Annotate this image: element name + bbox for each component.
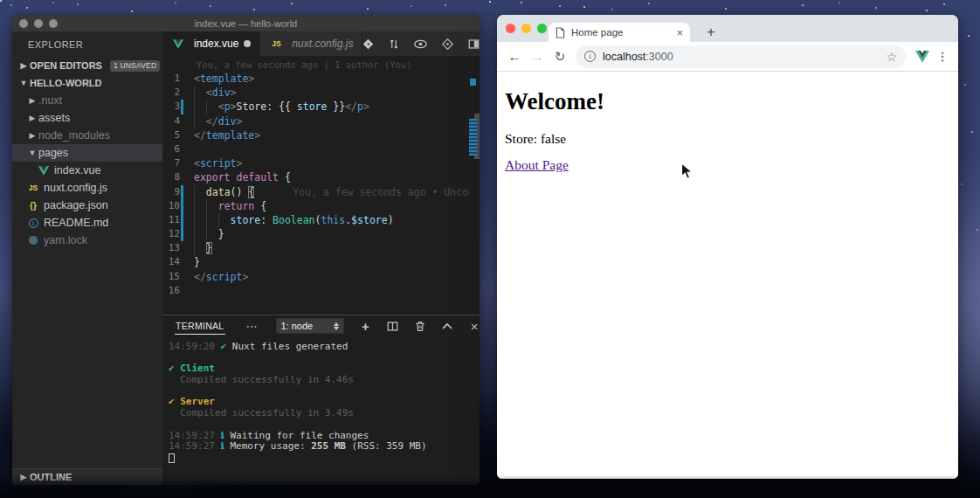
code-line: 15</script> (162, 270, 480, 284)
line-number: 12 (162, 227, 194, 241)
store-value-text: Store: false (505, 131, 958, 147)
chrome-menu-icon[interactable]: ⋮ (934, 50, 951, 63)
tree-item-yarn-lock[interactable]: yarn.lock (12, 232, 162, 249)
code-line: 5</template> (162, 128, 480, 142)
tab-label: nuxt.config.js (292, 38, 353, 50)
tree-item--nuxt[interactable]: ▶.nuxt (12, 92, 162, 109)
browser-tab[interactable]: Home page × (549, 23, 690, 42)
tree-item-package-json[interactable]: {}package.json (12, 197, 162, 214)
reload-button[interactable]: ↻ (549, 49, 570, 65)
gitlens-open-changes-icon[interactable] (362, 38, 374, 50)
about-page-link[interactable]: About Page (505, 157, 569, 172)
code-line: 6 (162, 142, 480, 156)
indent-guide (194, 86, 206, 100)
explorer-header: EXPLORER (12, 31, 162, 57)
js-icon: JS (269, 39, 283, 48)
terminal-more-icon[interactable]: ⋯ (246, 320, 259, 333)
editor-tab-nuxt-config-js[interactable]: JSnuxt.config.js (260, 31, 362, 56)
line-number: 14 (162, 255, 194, 269)
close-panel-icon[interactable]: × (469, 319, 480, 334)
zoom-window-button[interactable] (537, 24, 547, 33)
code-line: 14} (162, 255, 480, 269)
vue-icon (171, 39, 185, 49)
code-text: } (194, 241, 212, 255)
code-line: 8export default { (162, 170, 480, 184)
js-icon: JS (26, 183, 40, 192)
line-number: 10 (162, 199, 194, 213)
line-number: 16 (162, 284, 194, 298)
terminal-line: Compiled successfully in 3.49s (169, 408, 480, 419)
indent-guide (206, 227, 218, 241)
braces-glyph: {} (30, 201, 37, 211)
indent-guide (194, 213, 206, 227)
terminal-line (169, 386, 480, 398)
chevron-right-icon: ▶ (17, 61, 30, 70)
terminal-cursor (169, 453, 175, 463)
vscode-window: index.vue — hello-world EXPLORER ▶ OPEN … (12, 15, 480, 485)
line-number: 5 (162, 128, 194, 142)
chevron-down-icon: ▼ (17, 79, 30, 87)
code-text: } (194, 227, 224, 241)
workspace-root-section[interactable]: ▼ HELLO-WORLD (12, 74, 162, 92)
new-tab-button[interactable]: + (700, 23, 721, 42)
line-number: 15 (162, 270, 194, 284)
kill-terminal-trash-icon[interactable] (415, 321, 425, 332)
code-text: return { (194, 199, 266, 213)
vue-devtools-extension-icon[interactable] (913, 51, 932, 63)
code-editor[interactable]: You, a few seconds ago | 1 author (You) … (162, 56, 480, 315)
toggle-blame-eye-icon[interactable] (414, 39, 427, 49)
yarn-icon (26, 236, 40, 245)
indent-guide (206, 199, 218, 213)
terminal-line: Compiled successfully in 4.46s (169, 375, 480, 386)
bookmark-star-icon[interactable]: ☆ (886, 50, 897, 64)
close-tab-icon[interactable]: × (676, 27, 683, 38)
code-text: <script> (194, 156, 242, 170)
tree-item-assets[interactable]: ▶assets (12, 109, 162, 127)
git-modified-gutter (181, 227, 183, 241)
tree-item-node-modules[interactable]: ▶node_modules (12, 127, 162, 144)
address-bar[interactable]: i localhost:3000 ☆ (576, 45, 906, 68)
back-button[interactable]: ← (504, 49, 525, 64)
terminal-tab[interactable]: TERMINAL (175, 318, 225, 335)
gitlens-graph-icon[interactable] (442, 38, 453, 50)
site-info-icon[interactable]: i (584, 51, 596, 62)
forward-button[interactable]: → (527, 49, 548, 64)
split-editor-icon[interactable] (468, 38, 480, 50)
code-line: 4 </div> (162, 114, 480, 128)
line-number: 11 (162, 213, 194, 227)
split-terminal-icon[interactable] (387, 321, 398, 332)
line-number: 6 (162, 142, 194, 156)
tree-item-readme-md[interactable]: iREADME.md (12, 214, 162, 232)
code-line: 12 } (162, 227, 480, 241)
git-modified-gutter (181, 213, 183, 227)
git-modified-gutter (181, 100, 183, 114)
code-line: 11 store: Boolean(this.$store) (162, 213, 480, 227)
chrome-toolbar: ← → ↻ i localhost:3000 ☆ ⋮ (497, 42, 958, 71)
code-text: </template> (194, 128, 260, 142)
wallpaper-treeline (0, 475, 980, 498)
open-editors-section[interactable]: ▶ OPEN EDITORS 1 UNSAVED (12, 57, 162, 74)
close-window-button[interactable] (506, 24, 515, 33)
codelens-blame[interactable]: You, a few seconds ago | 1 author (You) (197, 59, 480, 70)
vscode-titlebar[interactable]: index.vue — hello-world (12, 15, 480, 31)
indent-guide (218, 213, 231, 227)
window-title: index.vue — hello-world (12, 18, 480, 29)
line-number: 1 (162, 72, 194, 86)
maximize-panel-chevron-icon[interactable] (442, 322, 452, 329)
editor-tab-index-vue[interactable]: index.vue (162, 31, 260, 56)
indent-guide (194, 100, 206, 114)
terminal-session-select[interactable]: 1: node (276, 318, 344, 334)
minimize-window-button[interactable] (521, 24, 531, 33)
tree-item-pages[interactable]: ▼pages (12, 144, 162, 162)
code-text: <div> (194, 86, 237, 100)
tree-item-index-vue[interactable]: index.vue (12, 162, 162, 179)
editor-tabbar: index.vueJSnuxt.config.js ⋯ (162, 31, 480, 56)
tree-item-label: index.vue (54, 164, 101, 176)
tree-item-nuxt-config-js[interactable]: JSnuxt.config.js (12, 179, 162, 197)
new-terminal-icon[interactable]: + (361, 319, 371, 334)
gitlens-compare-icon[interactable] (389, 38, 399, 50)
editor-scrollbar[interactable] (469, 56, 480, 315)
file-tree: ▶.nuxt▶assets▶node_modules▼pagesindex.vu… (12, 92, 162, 249)
code-text: store: Boolean(this.$store) (194, 213, 394, 227)
terminal-output[interactable]: 14:59:20 ✔ Nuxt files generated✔ Client … (162, 336, 480, 464)
